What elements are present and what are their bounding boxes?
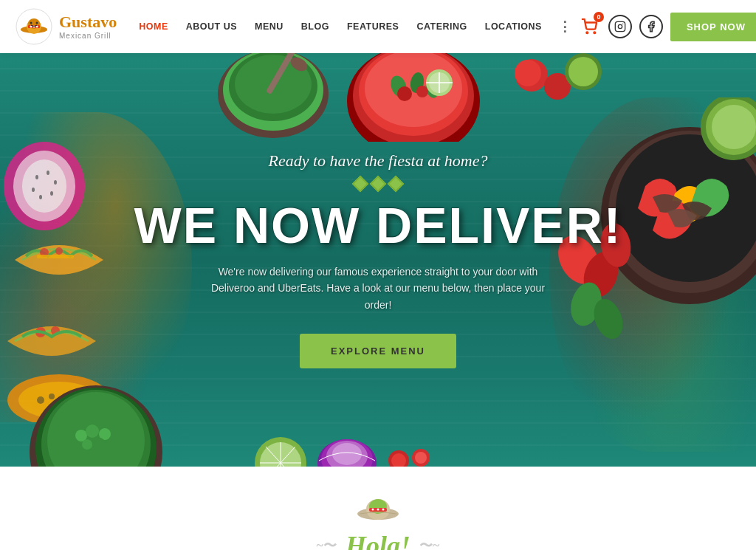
main-nav: HOME ABOUT US MENU BLOG FEATURES CATERIN… — [131, 16, 577, 38]
facebook-button[interactable] — [639, 15, 663, 38]
diamond-icon-3 — [388, 176, 405, 193]
nav-about[interactable]: ABOUT US — [179, 16, 244, 38]
diamond-icon-2 — [370, 176, 387, 193]
hola-label: Hola! — [346, 530, 410, 550]
hero-section: Ready to have the fiesta at home? WE NOW… — [0, 53, 756, 467]
svg-point-91 — [377, 509, 379, 511]
hero-description: We're now delivering our famous experien… — [201, 264, 555, 313]
svg-point-92 — [382, 509, 385, 511]
logo-sub: Mexican Grill — [59, 32, 117, 40]
left-swirl: ~〜 — [317, 537, 337, 550]
hola-text: ~〜 Hola! 〜~ — [317, 530, 440, 550]
nav-blog[interactable]: BLOG — [294, 16, 337, 38]
svg-point-90 — [372, 509, 374, 511]
instagram-button[interactable] — [608, 15, 632, 38]
nav-locations[interactable]: LOCATIONS — [478, 16, 549, 38]
logo-name: Gustavo — [59, 13, 117, 31]
explore-menu-button[interactable]: EXPLORE MENU — [300, 334, 456, 368]
nav-menu[interactable]: MENU — [247, 16, 291, 38]
shop-now-button[interactable]: SHOP NOW — [670, 13, 756, 41]
nav-features[interactable]: FEATURES — [340, 16, 406, 38]
svg-point-14 — [622, 24, 623, 24]
instagram-icon — [614, 21, 626, 32]
facebook-icon — [645, 21, 657, 32]
svg-point-8 — [30, 22, 32, 24]
hero-decorative-icons — [354, 178, 402, 190]
nav-catering[interactable]: CATERING — [409, 16, 474, 38]
logo[interactable]: Gustavo Mexican Grill — [15, 7, 117, 46]
below-hero-section: ~〜 Hola! 〜~ — [0, 467, 756, 550]
svg-point-13 — [618, 24, 622, 28]
svg-point-11 — [594, 32, 595, 33]
logo-text: Gustavo Mexican Grill — [59, 13, 117, 39]
logo-icon — [15, 7, 53, 46]
svg-rect-12 — [615, 21, 625, 31]
svg-point-10 — [586, 32, 588, 33]
header-right: 0 SHOP NOW — [577, 13, 756, 41]
right-swirl: 〜~ — [419, 537, 439, 550]
hero-title: WE NOW DELIVER! — [134, 200, 622, 250]
cart-badge: 0 — [594, 12, 604, 22]
diamond-icon-1 — [352, 176, 369, 193]
sombrero-decoration — [356, 496, 400, 523]
cart-button[interactable]: 0 — [577, 15, 601, 38]
hero-content: Ready to have the fiesta at home? WE NOW… — [0, 53, 756, 467]
header: Gustavo Mexican Grill HOME ABOUT US MENU… — [0, 0, 756, 53]
hero-subtitle: Ready to have the fiesta at home? — [269, 151, 488, 171]
nav-more-icon[interactable]: ⋮ — [552, 16, 577, 38]
svg-point-9 — [36, 22, 38, 24]
nav-home[interactable]: HOME — [131, 16, 176, 38]
